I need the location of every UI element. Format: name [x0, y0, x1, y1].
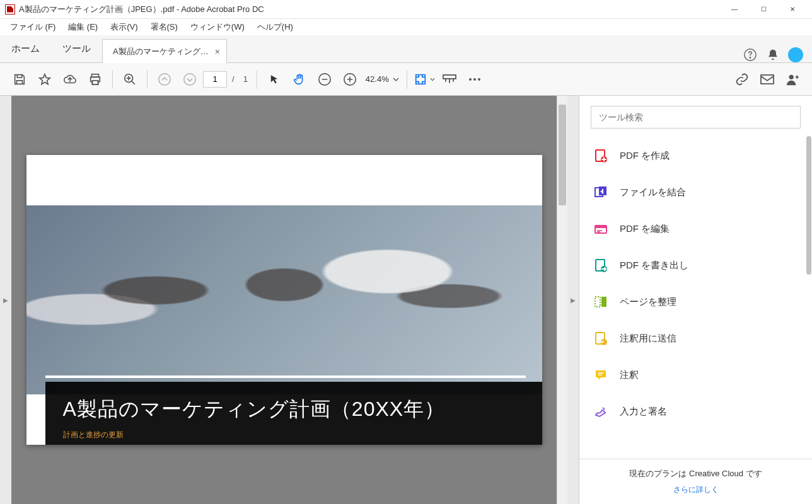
cloud-upload-icon[interactable] — [58, 67, 82, 91]
learn-more-link[interactable]: さらに詳しく — [586, 484, 806, 495]
workspace: ▶ A製品のマーケティング計画（20XX年） 計画と進捗の更新 ▶ PDF を作… — [0, 96, 812, 504]
page-number-input[interactable] — [203, 71, 227, 88]
chevron-down-icon — [393, 77, 399, 81]
app-icon — [5, 4, 15, 14]
svg-rect-24 — [595, 297, 600, 307]
star-icon[interactable] — [33, 67, 57, 91]
panel-footer: 現在のプランは Creative Cloud です さらに詳しく — [579, 459, 812, 504]
export-icon — [593, 258, 608, 273]
tool-item-send[interactable]: 注釈用に送信 — [579, 320, 812, 357]
svg-rect-25 — [601, 297, 606, 307]
menu-edit[interactable]: 編集 (E) — [62, 20, 104, 35]
menu-sign[interactable]: 署名(S) — [144, 20, 184, 35]
help-icon[interactable] — [743, 47, 758, 62]
maximize-button[interactable]: ☐ — [749, 0, 778, 19]
tab-bar: ホーム ツール A製品のマーケティング… × — [0, 35, 812, 63]
panel-scrollbar-thumb[interactable] — [806, 136, 811, 275]
tool-list: PDF を作成ファイルを結合PDF を編集PDF を書き出しページを整理注釈用に… — [579, 134, 812, 459]
window-controls: — ☐ ✕ — [720, 0, 807, 19]
tool-item-create[interactable]: PDF を作成 — [579, 137, 812, 174]
svg-point-6 — [184, 73, 195, 84]
document-subtitle: 計画と進捗の更新 — [63, 430, 525, 440]
zoom-in-icon[interactable] — [338, 67, 362, 91]
menu-file[interactable]: ファイル (F) — [4, 20, 62, 35]
close-button[interactable]: ✕ — [778, 0, 807, 19]
tool-item-label: 入力と署名 — [620, 406, 667, 418]
right-panel-toggle[interactable]: ▶ — [567, 96, 579, 504]
menu-view[interactable]: 表示(V) — [104, 20, 144, 35]
zoom-level-dropdown[interactable]: 42.4% — [363, 74, 402, 84]
tool-item-organize[interactable]: ページを整理 — [579, 284, 812, 320]
tool-item-fillsign[interactable]: 入力と署名 — [579, 393, 812, 430]
panel-scrollbar[interactable] — [806, 136, 812, 454]
tool-item-combine[interactable]: ファイルを結合 — [579, 174, 812, 210]
tool-item-label: PDF を作成 — [620, 150, 670, 162]
svg-rect-21 — [595, 226, 606, 228]
more-tools-icon[interactable] — [463, 67, 487, 91]
vertical-scrollbar[interactable] — [557, 96, 567, 504]
add-person-icon[interactable] — [780, 67, 804, 91]
notifications-icon[interactable] — [765, 47, 780, 62]
svg-point-11 — [469, 78, 472, 81]
share-link-icon[interactable] — [730, 67, 754, 91]
fit-window-icon[interactable] — [412, 67, 436, 91]
read-mode-icon[interactable] — [438, 67, 461, 91]
page-total: 1 — [243, 74, 248, 84]
hand-tool-icon[interactable] — [287, 67, 311, 91]
zoom-value-label: 42.4% — [366, 74, 389, 84]
email-icon[interactable] — [755, 67, 779, 91]
account-avatar[interactable] — [788, 47, 803, 62]
svg-rect-14 — [761, 75, 774, 84]
svg-rect-3 — [92, 80, 98, 84]
tool-item-comment[interactable]: 注釈 — [579, 357, 812, 393]
tool-item-export[interactable]: PDF を書き出し — [579, 247, 812, 284]
send-icon — [593, 331, 608, 346]
toolbar-separator — [112, 70, 113, 89]
document-tab-label: A製品のマーケティング… — [113, 46, 209, 57]
page-hero-image — [26, 205, 542, 394]
svg-rect-9 — [415, 74, 425, 84]
organize-icon — [593, 294, 608, 309]
page-title-block: A製品のマーケティング計画（20XX年） 計画と進捗の更新 — [45, 382, 542, 445]
combine-icon — [593, 185, 608, 200]
title-bar: A製品のマーケティング計画（JPEG）.pdf - Adobe Acrobat … — [0, 0, 812, 19]
window-title: A製品のマーケティング計画（JPEG）.pdf - Adobe Acrobat … — [19, 4, 720, 15]
comment-icon — [593, 367, 608, 382]
tool-item-label: PDF を編集 — [620, 223, 670, 235]
tab-home[interactable]: ホーム — [0, 35, 51, 62]
print-icon[interactable] — [83, 67, 107, 91]
minimize-button[interactable]: — — [720, 0, 749, 19]
tool-item-label: ファイルを結合 — [620, 186, 686, 198]
menu-bar: ファイル (F) 編集 (E) 表示(V) 署名(S) ウィンドウ(W) ヘルプ… — [0, 19, 812, 35]
tool-item-label: 注釈用に送信 — [620, 333, 676, 345]
page-down-icon[interactable] — [178, 67, 202, 91]
left-panel-toggle[interactable]: ▶ — [0, 96, 11, 504]
create-icon — [593, 148, 608, 163]
tool-item-label: 注釈 — [620, 369, 639, 381]
save-icon[interactable] — [8, 67, 32, 91]
tab-tools[interactable]: ツール — [51, 35, 102, 62]
scrollbar-thumb[interactable] — [559, 105, 566, 205]
selection-tool-icon[interactable] — [262, 67, 286, 91]
search-zoom-icon[interactable] — [118, 67, 142, 91]
tool-item-label: PDF を書き出し — [620, 260, 688, 272]
zoom-out-icon[interactable] — [313, 67, 337, 91]
tools-panel: PDF を作成ファイルを結合PDF を編集PDF を書き出しページを整理注釈用に… — [579, 96, 812, 504]
fillsign-icon — [593, 404, 608, 419]
document-tab[interactable]: A製品のマーケティング… × — [102, 39, 227, 63]
toolbar-separator — [257, 70, 257, 89]
page-separator: / — [232, 74, 235, 84]
menu-help[interactable]: ヘルプ(H) — [251, 20, 299, 35]
svg-point-13 — [478, 78, 480, 81]
tool-search-input[interactable] — [591, 106, 801, 129]
document-area: ▶ A製品のマーケティング計画（20XX年） 計画と進捗の更新 ▶ — [0, 96, 579, 504]
tool-item-edit[interactable]: PDF を編集 — [579, 210, 812, 247]
menu-window[interactable]: ウィンドウ(W) — [184, 20, 251, 35]
close-tab-icon[interactable]: × — [215, 47, 220, 57]
edit-icon — [593, 221, 608, 236]
page-up-icon[interactable] — [153, 67, 177, 91]
toolbar-separator — [147, 70, 148, 89]
plan-text: 現在のプランは Creative Cloud です — [586, 468, 806, 479]
svg-point-1 — [750, 57, 750, 58]
document-canvas[interactable]: A製品のマーケティング計画（20XX年） 計画と進捗の更新 — [11, 96, 557, 504]
